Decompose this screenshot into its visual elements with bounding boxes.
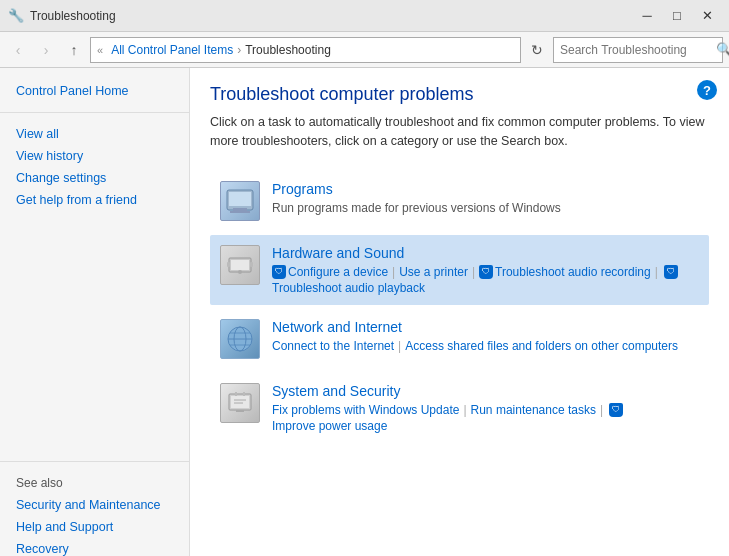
svg-rect-2 bbox=[233, 208, 247, 211]
svg-rect-8 bbox=[250, 262, 253, 267]
main-layout: Control Panel Home View all View history… bbox=[0, 68, 729, 556]
breadcrumb-parent: All Control Panel Items bbox=[111, 43, 233, 57]
sidebar-help-support[interactable]: Help and Support bbox=[0, 516, 189, 538]
shield-icon-1: 🛡 bbox=[272, 265, 286, 279]
breadcrumb-current: Troubleshooting bbox=[245, 43, 331, 57]
title-bar: 🔧 Troubleshooting ─ □ ✕ bbox=[0, 0, 729, 32]
network-icon bbox=[220, 319, 260, 359]
hardware-links: 🛡 Configure a device | Use a printer | 🛡… bbox=[272, 265, 699, 295]
sidebar-divider-1 bbox=[0, 112, 189, 113]
search-input[interactable] bbox=[554, 43, 716, 57]
programs-desc: Run programs made for previous versions … bbox=[272, 201, 699, 215]
sidebar-control-panel-home[interactable]: Control Panel Home bbox=[0, 80, 189, 102]
page-description: Click on a task to automatically trouble… bbox=[210, 113, 709, 151]
network-links: Connect to the Internet | Access shared … bbox=[272, 339, 699, 353]
configure-device-link[interactable]: Configure a device bbox=[288, 265, 388, 279]
shield-icon-4: 🛡 bbox=[609, 403, 623, 417]
sidebar-security-maintenance[interactable]: Security and Maintenance bbox=[0, 494, 189, 516]
system-icon bbox=[220, 383, 260, 423]
forward-button[interactable]: › bbox=[34, 38, 58, 62]
troubleshoot-audio-rec-link[interactable]: Troubleshoot audio recording bbox=[495, 265, 651, 279]
power-usage-link[interactable]: Improve power usage bbox=[272, 419, 387, 433]
help-icon[interactable]: ? bbox=[697, 80, 717, 100]
sidebar-change-settings[interactable]: Change settings bbox=[0, 167, 189, 189]
sidebar-view-all[interactable]: View all bbox=[0, 123, 189, 145]
category-network[interactable]: Network and Internet Connect to the Inte… bbox=[210, 309, 709, 369]
hardware-content: Hardware and Sound 🛡 Configure a device … bbox=[272, 245, 699, 295]
content-area: ? Troubleshoot computer problems Click o… bbox=[190, 68, 729, 556]
address-path[interactable]: « All Control Panel Items › Troubleshoot… bbox=[90, 37, 521, 63]
programs-content: Programs Run programs made for previous … bbox=[272, 181, 699, 215]
svg-rect-7 bbox=[227, 262, 230, 267]
svg-rect-3 bbox=[230, 211, 250, 213]
svg-rect-17 bbox=[243, 392, 245, 396]
svg-rect-5 bbox=[231, 260, 249, 270]
search-button[interactable]: 🔍 bbox=[716, 38, 729, 62]
connect-internet-link[interactable]: Connect to the Internet bbox=[272, 339, 394, 353]
close-button[interactable]: ✕ bbox=[693, 4, 721, 28]
minimize-button[interactable]: ─ bbox=[633, 4, 661, 28]
access-shared-link[interactable]: Access shared files and folders on other… bbox=[405, 339, 678, 353]
title-bar-left: 🔧 Troubleshooting bbox=[8, 8, 116, 24]
refresh-button[interactable]: ↻ bbox=[525, 38, 549, 62]
up-button[interactable]: ↑ bbox=[62, 38, 86, 62]
hardware-title[interactable]: Hardware and Sound bbox=[272, 245, 699, 261]
system-title[interactable]: System and Security bbox=[272, 383, 699, 399]
category-system[interactable]: System and Security Fix problems with Wi… bbox=[210, 373, 709, 443]
app-icon: 🔧 bbox=[8, 8, 24, 24]
windows-update-link[interactable]: Fix problems with Windows Update bbox=[272, 403, 459, 417]
svg-rect-15 bbox=[231, 396, 249, 408]
programs-icon bbox=[220, 181, 260, 221]
sidebar-divider-2 bbox=[0, 461, 189, 462]
sidebar-get-help[interactable]: Get help from a friend bbox=[0, 189, 189, 211]
address-bar: ‹ › ↑ « All Control Panel Items › Troubl… bbox=[0, 32, 729, 68]
sidebar: Control Panel Home View all View history… bbox=[0, 68, 190, 556]
network-title[interactable]: Network and Internet bbox=[272, 319, 699, 335]
sidebar-see-also: See also bbox=[0, 472, 189, 494]
system-content: System and Security Fix problems with Wi… bbox=[272, 383, 699, 433]
shield-icon-3: 🛡 bbox=[664, 265, 678, 279]
programs-title[interactable]: Programs bbox=[272, 181, 699, 197]
maximize-button[interactable]: □ bbox=[663, 4, 691, 28]
maintenance-link[interactable]: Run maintenance tasks bbox=[471, 403, 596, 417]
title-bar-controls: ─ □ ✕ bbox=[633, 4, 721, 28]
system-links: Fix problems with Windows Update | Run m… bbox=[272, 403, 699, 433]
svg-rect-18 bbox=[236, 410, 244, 412]
troubleshoot-audio-play-link[interactable]: Troubleshoot audio playback bbox=[272, 281, 425, 295]
sidebar-view-history[interactable]: View history bbox=[0, 145, 189, 167]
back-button[interactable]: ‹ bbox=[6, 38, 30, 62]
hardware-icon bbox=[220, 245, 260, 285]
svg-rect-16 bbox=[235, 392, 237, 396]
network-content: Network and Internet Connect to the Inte… bbox=[272, 319, 699, 353]
shield-icon-2: 🛡 bbox=[479, 265, 493, 279]
page-title: Troubleshoot computer problems bbox=[210, 84, 709, 105]
category-hardware[interactable]: Hardware and Sound 🛡 Configure a device … bbox=[210, 235, 709, 305]
svg-rect-1 bbox=[229, 192, 251, 206]
svg-point-6 bbox=[238, 270, 242, 274]
sidebar-recovery[interactable]: Recovery bbox=[0, 538, 189, 556]
search-box: 🔍 bbox=[553, 37, 723, 63]
category-programs[interactable]: Programs Run programs made for previous … bbox=[210, 171, 709, 231]
window-title: Troubleshooting bbox=[30, 9, 116, 23]
use-printer-link[interactable]: Use a printer bbox=[399, 265, 468, 279]
breadcrumb-root: « bbox=[97, 44, 103, 56]
